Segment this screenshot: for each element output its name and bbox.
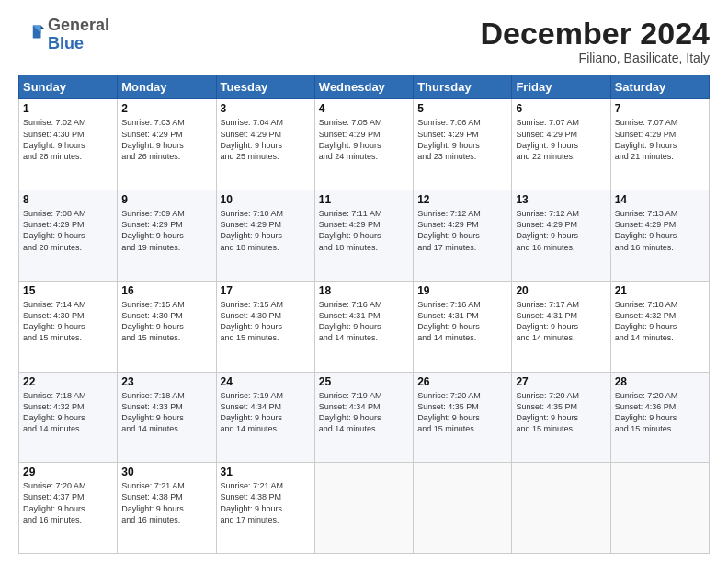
month-title: December 2024: [480, 17, 710, 51]
day-info: Sunrise: 7:20 AMSunset: 4:36 PMDaylight:…: [615, 390, 705, 435]
day-number: 31: [221, 465, 311, 478]
day-info: Sunrise: 7:03 AMSunset: 4:29 PMDaylight:…: [121, 117, 211, 162]
calendar-cell: 20Sunrise: 7:17 AMSunset: 4:31 PMDayligh…: [512, 281, 610, 372]
day-number: 23: [121, 375, 211, 388]
logo-text: General Blue: [48, 17, 109, 53]
day-number: 9: [121, 193, 211, 206]
day-info: Sunrise: 7:18 AMSunset: 4:32 PMDaylight:…: [615, 299, 705, 344]
calendar-cell: 12Sunrise: 7:12 AMSunset: 4:29 PMDayligh…: [414, 190, 512, 282]
calendar-cell: 26Sunrise: 7:20 AMSunset: 4:35 PMDayligh…: [414, 372, 512, 463]
col-header-wednesday: Wednesday: [314, 75, 413, 99]
day-info: Sunrise: 7:07 AMSunset: 4:29 PMDaylight:…: [615, 117, 705, 162]
day-number: 25: [319, 375, 409, 388]
day-info: Sunrise: 7:19 AMSunset: 4:34 PMDaylight:…: [319, 390, 409, 435]
day-number: 22: [23, 375, 113, 388]
col-header-monday: Monday: [118, 75, 216, 99]
logo: General Blue: [18, 17, 109, 53]
calendar-cell: 30Sunrise: 7:21 AMSunset: 4:38 PMDayligh…: [118, 463, 216, 554]
calendar-cell: 19Sunrise: 7:16 AMSunset: 4:31 PMDayligh…: [414, 281, 512, 372]
calendar-cell: 23Sunrise: 7:18 AMSunset: 4:33 PMDayligh…: [118, 372, 216, 463]
day-number: 29: [23, 465, 113, 478]
calendar-cell: 15Sunrise: 7:14 AMSunset: 4:30 PMDayligh…: [19, 281, 118, 372]
day-info: Sunrise: 7:18 AMSunset: 4:33 PMDaylight:…: [121, 390, 211, 435]
day-number: 30: [121, 465, 211, 478]
col-header-saturday: Saturday: [610, 75, 709, 99]
day-info: Sunrise: 7:02 AMSunset: 4:30 PMDaylight:…: [23, 117, 113, 162]
calendar-cell: 22Sunrise: 7:18 AMSunset: 4:32 PMDayligh…: [19, 372, 118, 463]
day-number: 28: [615, 375, 705, 388]
calendar-cell: 4Sunrise: 7:05 AMSunset: 4:29 PMDaylight…: [314, 99, 413, 190]
day-info: Sunrise: 7:15 AMSunset: 4:30 PMDaylight:…: [121, 299, 211, 344]
calendar-header-row: SundayMondayTuesdayWednesdayThursdayFrid…: [19, 75, 710, 99]
day-info: Sunrise: 7:20 AMSunset: 4:35 PMDaylight:…: [417, 390, 507, 435]
day-info: Sunrise: 7:17 AMSunset: 4:31 PMDaylight:…: [516, 299, 606, 344]
day-number: 10: [221, 193, 311, 206]
calendar-week-4: 22Sunrise: 7:18 AMSunset: 4:32 PMDayligh…: [19, 372, 710, 463]
day-number: 27: [516, 375, 606, 388]
day-info: Sunrise: 7:19 AMSunset: 4:34 PMDaylight:…: [221, 390, 311, 435]
header: General Blue December 2024 Filiano, Basi…: [18, 17, 710, 65]
day-number: 3: [221, 102, 311, 115]
day-number: 7: [615, 102, 705, 115]
calendar-cell: 2Sunrise: 7:03 AMSunset: 4:29 PMDaylight…: [118, 99, 216, 190]
day-number: 2: [121, 102, 211, 115]
day-number: 20: [516, 284, 606, 297]
calendar-cell: 28Sunrise: 7:20 AMSunset: 4:36 PMDayligh…: [610, 372, 709, 463]
calendar-week-2: 8Sunrise: 7:08 AMSunset: 4:29 PMDaylight…: [19, 190, 710, 282]
calendar-cell: 8Sunrise: 7:08 AMSunset: 4:29 PMDaylight…: [19, 190, 118, 282]
page: General Blue December 2024 Filiano, Basi…: [0, 0, 728, 563]
day-info: Sunrise: 7:04 AMSunset: 4:29 PMDaylight:…: [221, 117, 311, 162]
calendar-cell: 31Sunrise: 7:21 AMSunset: 4:38 PMDayligh…: [216, 463, 314, 554]
calendar-cell: 14Sunrise: 7:13 AMSunset: 4:29 PMDayligh…: [610, 190, 709, 282]
day-info: Sunrise: 7:10 AMSunset: 4:29 PMDaylight:…: [221, 208, 311, 253]
calendar-cell: [414, 463, 512, 554]
col-header-thursday: Thursday: [414, 75, 512, 99]
calendar-week-5: 29Sunrise: 7:20 AMSunset: 4:37 PMDayligh…: [19, 463, 710, 554]
day-number: 5: [417, 102, 507, 115]
day-number: 26: [417, 375, 507, 388]
day-info: Sunrise: 7:21 AMSunset: 4:38 PMDaylight:…: [221, 480, 311, 525]
day-info: Sunrise: 7:15 AMSunset: 4:30 PMDaylight:…: [221, 299, 311, 344]
day-number: 17: [221, 284, 311, 297]
day-info: Sunrise: 7:12 AMSunset: 4:29 PMDaylight:…: [516, 208, 606, 253]
calendar-cell: 10Sunrise: 7:10 AMSunset: 4:29 PMDayligh…: [216, 190, 314, 282]
calendar-week-1: 1Sunrise: 7:02 AMSunset: 4:30 PMDaylight…: [19, 99, 710, 190]
day-info: Sunrise: 7:13 AMSunset: 4:29 PMDaylight:…: [615, 208, 705, 253]
day-info: Sunrise: 7:12 AMSunset: 4:29 PMDaylight:…: [417, 208, 507, 253]
calendar-cell: 13Sunrise: 7:12 AMSunset: 4:29 PMDayligh…: [512, 190, 610, 282]
logo-blue: Blue: [48, 34, 84, 52]
day-number: 15: [23, 284, 113, 297]
day-info: Sunrise: 7:09 AMSunset: 4:29 PMDaylight:…: [121, 208, 211, 253]
col-header-friday: Friday: [512, 75, 610, 99]
calendar-cell: 21Sunrise: 7:18 AMSunset: 4:32 PMDayligh…: [610, 281, 709, 372]
logo-general: General: [48, 16, 109, 34]
calendar-cell: 16Sunrise: 7:15 AMSunset: 4:30 PMDayligh…: [118, 281, 216, 372]
day-info: Sunrise: 7:08 AMSunset: 4:29 PMDaylight:…: [23, 208, 113, 253]
col-header-tuesday: Tuesday: [216, 75, 314, 99]
day-info: Sunrise: 7:06 AMSunset: 4:29 PMDaylight:…: [417, 117, 507, 162]
calendar-cell: [512, 463, 610, 554]
day-number: 18: [319, 284, 409, 297]
day-info: Sunrise: 7:14 AMSunset: 4:30 PMDaylight:…: [23, 299, 113, 344]
calendar-week-3: 15Sunrise: 7:14 AMSunset: 4:30 PMDayligh…: [19, 281, 710, 372]
day-info: Sunrise: 7:18 AMSunset: 4:32 PMDaylight:…: [23, 390, 113, 435]
day-info: Sunrise: 7:21 AMSunset: 4:38 PMDaylight:…: [121, 480, 211, 525]
calendar-cell: 27Sunrise: 7:20 AMSunset: 4:35 PMDayligh…: [512, 372, 610, 463]
day-info: Sunrise: 7:07 AMSunset: 4:29 PMDaylight:…: [516, 117, 606, 162]
calendar-cell: [610, 463, 709, 554]
day-number: 4: [319, 102, 409, 115]
day-number: 16: [121, 284, 211, 297]
day-number: 8: [23, 193, 113, 206]
day-number: 6: [516, 102, 606, 115]
calendar-table: SundayMondayTuesdayWednesdayThursdayFrid…: [18, 75, 710, 554]
calendar-cell: 11Sunrise: 7:11 AMSunset: 4:29 PMDayligh…: [314, 190, 413, 282]
day-number: 1: [23, 102, 113, 115]
svg-marker-2: [41, 25, 45, 29]
calendar-cell: 5Sunrise: 7:06 AMSunset: 4:29 PMDaylight…: [414, 99, 512, 190]
day-info: Sunrise: 7:20 AMSunset: 4:37 PMDaylight:…: [23, 480, 113, 525]
day-number: 21: [615, 284, 705, 297]
day-info: Sunrise: 7:16 AMSunset: 4:31 PMDaylight:…: [417, 299, 507, 344]
day-number: 11: [319, 193, 409, 206]
day-info: Sunrise: 7:16 AMSunset: 4:31 PMDaylight:…: [319, 299, 409, 344]
calendar-cell: 29Sunrise: 7:20 AMSunset: 4:37 PMDayligh…: [19, 463, 118, 554]
